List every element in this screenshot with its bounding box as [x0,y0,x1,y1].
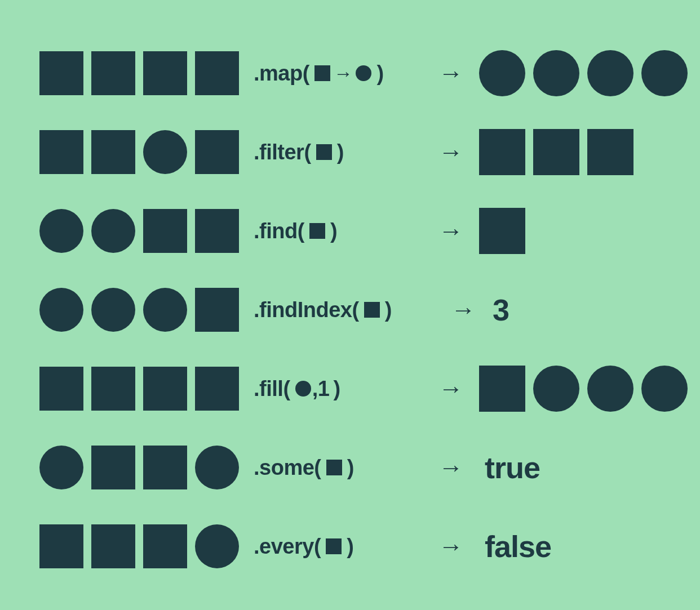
square-icon [39,130,83,174]
output [473,366,688,412]
square-icon [316,144,332,160]
square-icon [364,302,380,318]
square-icon [326,538,342,554]
square-icon [314,65,330,81]
method-close-paren: ) [373,61,383,86]
output [473,208,525,254]
square-icon [195,367,239,411]
square-icon [195,288,239,332]
arrow-icon: → [331,63,355,84]
square-icon [479,129,525,175]
diagram-rows: .map( → )→.filter( )→.find( )→.findIndex… [39,51,661,569]
square-icon [309,223,325,239]
method-label: .every( ) [242,535,353,559]
method-label: .findIndex( ) [242,298,392,322]
circle-icon [295,381,311,397]
square-icon [39,51,83,95]
circle-icon [356,65,371,81]
square-icon [533,129,579,175]
input-array [39,288,242,332]
circle-icon [587,50,633,96]
square-icon [143,51,187,95]
method-block: .every( ) [242,535,428,559]
method-close-paren: ) [329,377,340,401]
input-array [39,130,242,174]
circle-icon [39,209,83,253]
method-close-paren: ) [333,140,344,164]
circle-icon [195,446,239,489]
arrow-icon: → [428,217,473,245]
method-block: .findIndex( ) [242,298,451,322]
method-block: .some( ) [242,456,428,480]
input-array [39,367,242,411]
square-icon [143,367,187,411]
circle-icon [641,366,688,412]
method-label: .map( → ) [242,61,384,86]
method-close-paren: ) [326,219,337,243]
square-icon [91,51,135,95]
method-label: .fill( ,1 ) [242,377,340,401]
output: true [473,450,540,485]
method-name: .map( [254,61,313,86]
circle-icon [533,50,579,96]
square-icon [91,524,135,568]
square-icon [39,367,83,411]
method-name: .findIndex( [254,298,363,322]
method-block: .map( → ) [242,61,428,86]
method-name: .filter( [254,140,315,164]
method-row: .every( )→false [39,524,661,569]
method-label: .find( ) [242,219,337,243]
method-arg-text: ,1 [312,377,330,401]
method-block: .fill( ,1 ) [242,377,428,401]
method-name: .fill( [254,377,294,401]
method-block: .filter( ) [242,140,428,164]
arrow-icon: → [428,375,473,403]
output: 3 [481,292,509,327]
method-close-paren: ) [343,535,353,559]
method-label: .some( ) [242,456,354,480]
square-icon [91,367,135,411]
circle-icon [641,50,688,96]
method-name: .find( [254,219,308,243]
output-text: false [479,529,551,564]
circle-icon [195,524,239,568]
square-icon [479,366,525,412]
square-icon [91,130,135,174]
method-row: .some( )→true [39,445,661,490]
arrow-icon: → [428,138,473,166]
method-close-paren: ) [343,456,354,480]
method-row: .findIndex( )→3 [39,287,661,332]
square-icon [91,446,135,489]
input-array [39,209,242,253]
square-icon [326,460,342,475]
arrow-icon: → [428,532,473,560]
square-icon [479,208,525,254]
method-name: .every( [254,535,325,559]
method-row: .fill( ,1 )→ [39,366,661,411]
output [473,50,688,96]
square-icon [143,209,187,253]
input-array [39,446,242,489]
arrow-icon: → [428,59,473,87]
input-array [39,51,242,95]
method-block: .find( ) [242,219,428,243]
circle-icon [143,130,187,174]
method-close-paren: ) [381,298,392,322]
square-icon [587,129,633,175]
method-label: .filter( ) [242,140,344,164]
square-icon [195,130,239,174]
square-icon [143,524,187,568]
square-icon [39,524,83,568]
arrow-icon: → [428,453,473,482]
square-icon [195,209,239,253]
circle-icon [91,288,135,332]
square-icon [143,446,187,489]
input-array [39,524,242,568]
output-text: 3 [487,292,509,327]
arrow-icon: → [451,296,481,324]
output [473,129,633,175]
method-row: .filter( )→ [39,130,661,175]
output: false [473,529,551,564]
method-row: .map( → )→ [39,51,661,96]
circle-icon [39,446,83,489]
